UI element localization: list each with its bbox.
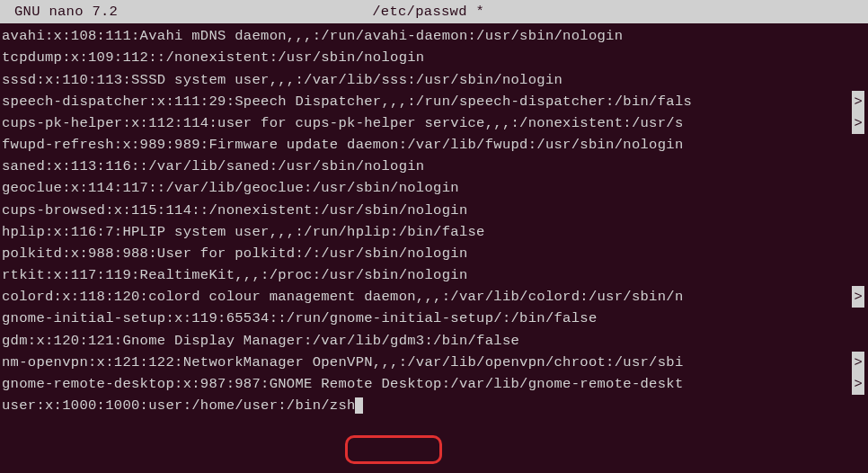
- file-line[interactable]: gnome-remote-desktop:x:987:987:GNOME Rem…: [2, 373, 866, 395]
- file-line[interactable]: saned:x:113:116::/var/lib/saned:/usr/sbi…: [2, 156, 866, 177]
- editor-header: GNU nano 7.2 /etc/passwd *: [0, 0, 868, 23]
- file-line[interactable]: tcpdump:x:109:112::/nonexistent:/usr/sbi…: [2, 47, 866, 68]
- app-name: GNU nano 7.2: [4, 1, 118, 22]
- file-line[interactable]: geoclue:x:114:117::/var/lib/geoclue:/usr…: [2, 177, 866, 199]
- file-line[interactable]: hplip:x:116:7:HPLIP system user,,,:/run/…: [2, 221, 866, 243]
- file-line[interactable]: gnome-initial-setup:x:119:65534::/run/gn…: [2, 308, 866, 329]
- file-line[interactable]: user:x:1000:1000:user:/home/user:/bin/zs…: [2, 395, 866, 416]
- highlight-annotation: [345, 435, 442, 464]
- file-line[interactable]: cups-browsed:x:115:114::/nonexistent:/us…: [2, 200, 866, 221]
- file-line[interactable]: fwupd-refresh:x:989:989:Firmware update …: [2, 134, 866, 156]
- file-line[interactable]: polkitd:x:988:988:User for polkitd:/:/us…: [2, 243, 866, 264]
- cursor: [355, 397, 363, 414]
- file-line[interactable]: nm-openvpn:x:121:122:NetworkManager Open…: [2, 352, 866, 373]
- file-line[interactable]: cups-pk-helper:x:112:114:user for cups-p…: [2, 112, 866, 134]
- file-line[interactable]: colord:x:118:120:colord colour managemen…: [2, 286, 866, 308]
- file-line[interactable]: speech-dispatcher:x:111:29:Speech Dispat…: [2, 91, 866, 112]
- file-line[interactable]: sssd:x:110:113:SSSD system user,,,:/var/…: [2, 69, 866, 91]
- filename: /etc/passwd *: [118, 1, 739, 22]
- file-line[interactable]: rtkit:x:117:119:RealtimeKit,,,:/proc:/us…: [2, 264, 866, 286]
- editor-content[interactable]: avahi:x:108:111:Avahi mDNS daemon,,,:/ru…: [0, 25, 868, 416]
- file-line[interactable]: avahi:x:108:111:Avahi mDNS daemon,,,:/ru…: [2, 25, 866, 47]
- file-line[interactable]: gdm:x:120:121:Gnome Display Manager:/var…: [2, 330, 866, 352]
